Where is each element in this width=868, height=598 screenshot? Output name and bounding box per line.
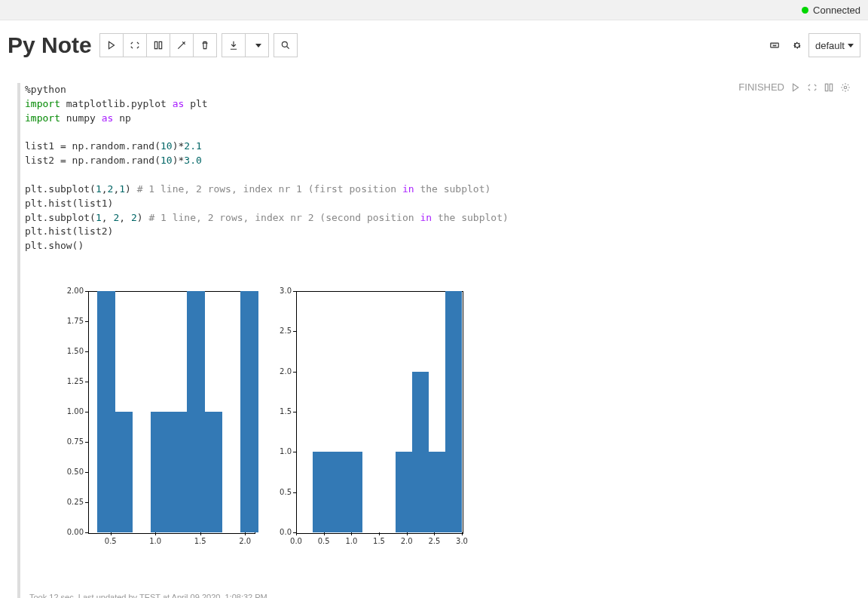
- y-tick-label: 1.25: [55, 377, 84, 385]
- y-tick-label: 0.25: [55, 498, 84, 506]
- top-status-bar: Connected: [0, 0, 868, 20]
- export-button[interactable]: [222, 33, 245, 57]
- bar: [169, 412, 187, 532]
- hide-output-button[interactable]: [123, 33, 146, 57]
- cell-action-bar: FINISHED: [738, 81, 851, 93]
- cell-status-label: FINISHED: [738, 81, 784, 93]
- bar: [240, 291, 258, 532]
- notebook-body: FINISHED %python import matplotlib.pyplo…: [0, 69, 868, 598]
- y-tick-label: 1.0: [274, 447, 292, 455]
- interpreter-mode-label: default: [815, 40, 845, 51]
- bar: [313, 452, 329, 532]
- svg-point-2: [844, 86, 847, 89]
- bar: [445, 291, 462, 532]
- search-button[interactable]: [274, 33, 298, 57]
- show-output-button[interactable]: [146, 33, 170, 57]
- keyboard-shortcuts-button[interactable]: [763, 34, 786, 57]
- toolbar-main-group: [99, 33, 217, 57]
- connection-dot-icon: [802, 7, 808, 14]
- x-tick-label: 3.0: [453, 537, 471, 545]
- bar: [346, 452, 362, 532]
- x-tick-label: 2.0: [398, 537, 416, 545]
- y-tick-label: 1.00: [55, 407, 84, 416]
- paragraph-cell[interactable]: FINISHED %python import matplotlib.pyplo…: [12, 76, 856, 598]
- delete-note-button[interactable]: [193, 33, 217, 57]
- y-tick-label: 2.5: [274, 327, 292, 335]
- bar: [329, 452, 346, 532]
- code-editor[interactable]: %python import matplotlib.pyplot as plt …: [25, 83, 848, 253]
- notebook-header: Py Note default: [0, 20, 868, 69]
- export-dropdown-button[interactable]: [245, 33, 269, 57]
- run-all-button[interactable]: [99, 33, 123, 57]
- x-tick-label: 2.5: [425, 537, 443, 545]
- toolbar-export-group: [222, 33, 269, 57]
- notebook-title[interactable]: Py Note: [8, 32, 92, 58]
- hide-editor-icon[interactable]: [807, 82, 818, 93]
- y-tick-label: 0.50: [55, 468, 84, 476]
- y-tick-label: 0.0: [274, 528, 292, 536]
- interpreter-mode-dropdown[interactable]: default: [808, 33, 860, 57]
- connection-status-label: Connected: [813, 5, 860, 16]
- y-tick-label: 3.0: [274, 287, 292, 295]
- bar: [205, 412, 223, 532]
- toggle-output-icon[interactable]: [824, 82, 834, 93]
- bar: [429, 452, 445, 532]
- y-tick-label: 0.5: [274, 488, 292, 496]
- y-tick-label: 1.5: [274, 407, 292, 416]
- bar: [115, 412, 133, 532]
- y-tick-label: 1.75: [55, 317, 84, 325]
- x-tick-label: 1.5: [191, 537, 209, 545]
- bar: [412, 372, 429, 532]
- x-tick-label: 1.5: [370, 537, 388, 545]
- paragraph-settings-icon[interactable]: [840, 82, 851, 93]
- bar: [97, 291, 115, 532]
- clear-output-button[interactable]: [170, 33, 193, 57]
- x-tick-label: 0.0: [287, 537, 305, 545]
- histogram-subplot-1: 0.000.250.500.751.001.251.501.752.000.51…: [55, 291, 258, 563]
- output-charts: 0.000.250.500.751.001.251.501.752.000.51…: [55, 291, 848, 563]
- x-tick-label: 1.0: [146, 537, 164, 545]
- paragraph-footer: Took 12 sec. Last updated by TEST at Apr…: [29, 593, 848, 598]
- bar: [396, 452, 412, 532]
- x-tick-label: 2.0: [236, 537, 254, 545]
- x-tick-label: 1.0: [342, 537, 360, 545]
- x-tick-label: 0.5: [102, 537, 120, 545]
- y-tick-label: 0.75: [55, 437, 84, 446]
- svg-point-0: [282, 41, 287, 47]
- y-tick-label: 1.50: [55, 347, 84, 355]
- toolbar-search-group: [274, 33, 298, 57]
- interpreter-settings-button[interactable]: [786, 34, 808, 57]
- y-tick-label: 0.00: [55, 528, 84, 536]
- y-tick-label: 2.00: [55, 287, 84, 295]
- cell-gutter: [17, 83, 20, 598]
- bar: [187, 291, 205, 532]
- y-tick-label: 2.0: [274, 367, 292, 376]
- x-tick-label: 0.5: [315, 537, 333, 545]
- bar: [151, 412, 169, 532]
- run-paragraph-icon[interactable]: [790, 82, 801, 93]
- histogram-subplot-2: 0.00.51.01.52.02.53.00.00.51.01.52.02.53…: [274, 291, 469, 563]
